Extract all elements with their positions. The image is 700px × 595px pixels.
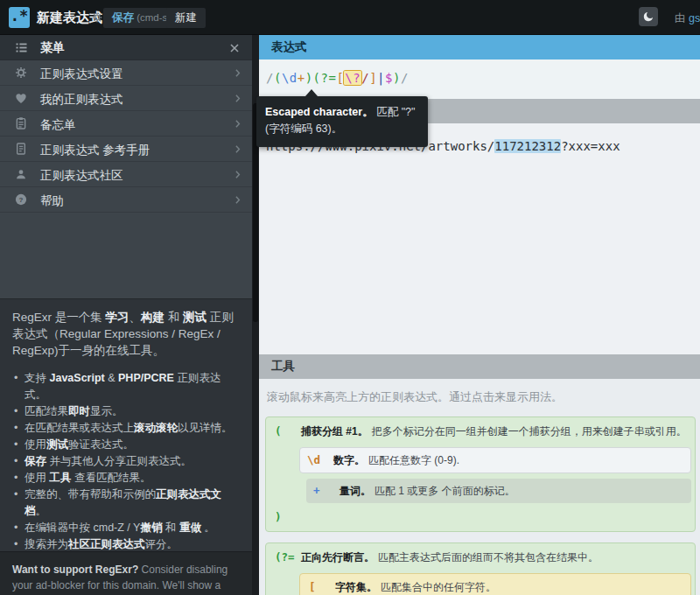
explain-group-box[interactable]: ( 捕获分组 #1。把多个标记分在同一组并创建一个捕获分组，用来创建子串或引用。… — [265, 416, 696, 532]
explain-label: 数字。 — [333, 454, 365, 466]
author-byline: 由 gskin — [675, 11, 700, 26]
sidebar-item-label: 正则表达式社区 — [40, 168, 123, 184]
sidebar-item-settings[interactable]: 正则表达式设置 — [0, 60, 252, 86]
svg-text:?: ? — [19, 196, 24, 204]
chevron-right-icon — [232, 118, 243, 130]
help-icon: ? — [14, 192, 28, 206]
explain-label: 量词。 — [340, 485, 371, 497]
feature-item: 使用 工具 查看匹配结果。 — [12, 470, 240, 486]
about-panel: RegExr 是一个集 学习、构建 和 测试 正则表达式（Regular Exp… — [0, 298, 252, 551]
regexr-logo[interactable]: .* — [9, 7, 30, 28]
explain-lookahead-box[interactable]: (?= 正向先行断言。匹配主表达式后面的组而不将其包含在结果中。 [ 字符集。匹… — [265, 542, 696, 595]
chevron-right-icon — [232, 93, 243, 104]
sidebar-item-label: 帮助 — [40, 193, 64, 209]
sidebar-item-my-patterns[interactable]: 我的正则表达式 — [0, 86, 252, 111]
tools-panel: 滚动鼠标来高亮上方的正则表达式。通过点击来显示用法。 ( 捕获分组 #1。把多个… — [259, 379, 700, 595]
explain-desc: 匹配集合中的任何字符。 — [381, 581, 496, 593]
chevron-right-icon — [232, 67, 243, 79]
explain-desc: 匹配主表达式后面的组而不将其包含在结果中。 — [378, 551, 598, 564]
expression-header: 表达式 — [259, 35, 700, 60]
sidebar-item-reference[interactable]: 正则表达式 参考手册 — [0, 136, 252, 162]
explain-desc: 匹配任意数字 (0-9). — [368, 454, 459, 466]
menu-panel: 菜单 正则表达式设置 我的正则表达式 备忘单 — [0, 35, 252, 298]
menu-title: 菜单 — [40, 40, 65, 56]
tools-header: 工具 — [259, 354, 700, 379]
dark-mode-toggle[interactable] — [639, 7, 658, 26]
explain-row-group-close[interactable]: ) — [275, 508, 691, 525]
expression-editor[interactable]: /(\d+)(?=[\?/]|$)/ — [259, 60, 700, 99]
expression-value[interactable]: /(\d+)(?=[\?/]|$)/ — [266, 71, 409, 85]
token-open-bracket: [ — [309, 579, 330, 595]
feature-item: 保存 并与其他人分享正则表达式。 — [12, 453, 240, 470]
sidebar-item-label: 正则表达式设置 — [40, 66, 123, 82]
sidebar-item-label: 备忘单 — [40, 117, 76, 133]
explain-label: 字符集。 — [335, 581, 377, 593]
heart-icon — [14, 91, 28, 105]
feature-item: 完整的、带有帮助和示例的正则表达式文档。 — [12, 486, 240, 520]
gear-icon — [14, 66, 28, 80]
cheatsheet-icon — [14, 116, 28, 130]
save-label: 保存 — [112, 11, 134, 24]
feature-item: 在编辑器中按 cmd-Z / Y撤销 和 重做 。 — [12, 520, 240, 536]
explain-label: 正向先行断言。 — [301, 551, 374, 564]
token-digit-class: \d — [307, 452, 328, 468]
menu-list-icon — [14, 40, 29, 55]
menu-close-button[interactable] — [228, 41, 242, 55]
sidebar-item-label: 正则表达式 参考手册 — [40, 143, 150, 158]
token-lookahead: (?= — [275, 550, 296, 565]
tools-hint: 滚动鼠标来高亮上方的正则表达式。通过点击来显示用法。 — [267, 389, 695, 405]
top-bar: .* 新建表达式 保存 (cmd-s) 新建 由 gskin — [0, 0, 700, 35]
explain-row-group[interactable]: ( 捕获分组 #1。把多个标记分在同一组并创建一个捕获分组，用来创建子串或引用。 — [275, 423, 691, 442]
new-button[interactable]: 新建 — [166, 8, 206, 28]
sidebar: 菜单 正则表达式设置 我的正则表达式 备忘单 — [0, 35, 252, 595]
explain-label: 捕获分组 #1。 — [301, 425, 368, 438]
chevron-right-icon — [232, 144, 243, 155]
sidebar-item-cheatsheet[interactable]: 备忘单 — [0, 111, 252, 136]
ad-notice: Want to support RegExr? Consider disabli… — [0, 551, 252, 595]
token-close-paren: ) — [275, 510, 282, 523]
token-tooltip: Escaped character。 匹配 "?" (字符编码 63)。 — [256, 96, 428, 147]
about-intro: RegExr 是一个集 学习、构建 和 测试 正则表达式（Regular Exp… — [12, 309, 240, 359]
chevron-right-icon — [232, 169, 243, 180]
sidebar-item-label: 我的正则表达式 — [40, 92, 123, 108]
sidebar-item-community[interactable]: 正则表达式社区 — [0, 162, 252, 187]
menu-header: 菜单 — [0, 35, 252, 60]
explain-row-lookahead[interactable]: (?= 正向先行断言。匹配主表达式后面的组而不将其包含在结果中。 — [275, 549, 691, 568]
moon-icon — [642, 10, 654, 23]
token-plus-quantifier: + — [313, 483, 334, 499]
sidebar-item-help[interactable]: ? 帮助 — [0, 187, 252, 213]
feature-item: 使用测试验证表达式。 — [12, 437, 240, 453]
feature-list: 支持 JavaScript & PHP/PCRE 正则表达式。 匹配结果即时显示… — [12, 370, 240, 553]
save-shortcut-hint: (cmd-s) — [134, 12, 171, 23]
author-link[interactable]: gskin — [689, 12, 700, 24]
explain-digit-box[interactable]: \d 数字。匹配任意数字 (0-9). — [299, 447, 691, 473]
feature-item: 匹配结果即时显示。 — [12, 403, 240, 420]
expression-settings-gear-icon[interactable] — [91, 11, 103, 24]
feature-item: 在匹配结果或表达式上滚动滚轮以见详情。 — [12, 420, 240, 437]
reference-icon — [14, 142, 28, 156]
text-editor[interactable]: https://www.pixiv.net/artworks/117212312… — [259, 123, 700, 354]
close-icon — [228, 41, 242, 55]
community-icon — [14, 167, 28, 181]
explain-quantifier-box[interactable]: + 量词。匹配 1 或更多 个前面的标记。 — [306, 479, 691, 503]
chevron-right-icon — [232, 194, 243, 206]
explain-desc: 把多个标记分在同一组并创建一个捕获分组，用来创建子串或引用。 — [372, 425, 687, 438]
explain-desc: 匹配 1 或更多 个前面的标记。 — [374, 485, 515, 497]
explain-charset-box[interactable]: [ 字符集。匹配集合中的任何字符。 \? Escaped character。匹… — [299, 573, 691, 595]
feature-item: 支持 JavaScript & PHP/PCRE 正则表达式。 — [12, 370, 240, 403]
token-open-paren: ( — [275, 424, 296, 439]
